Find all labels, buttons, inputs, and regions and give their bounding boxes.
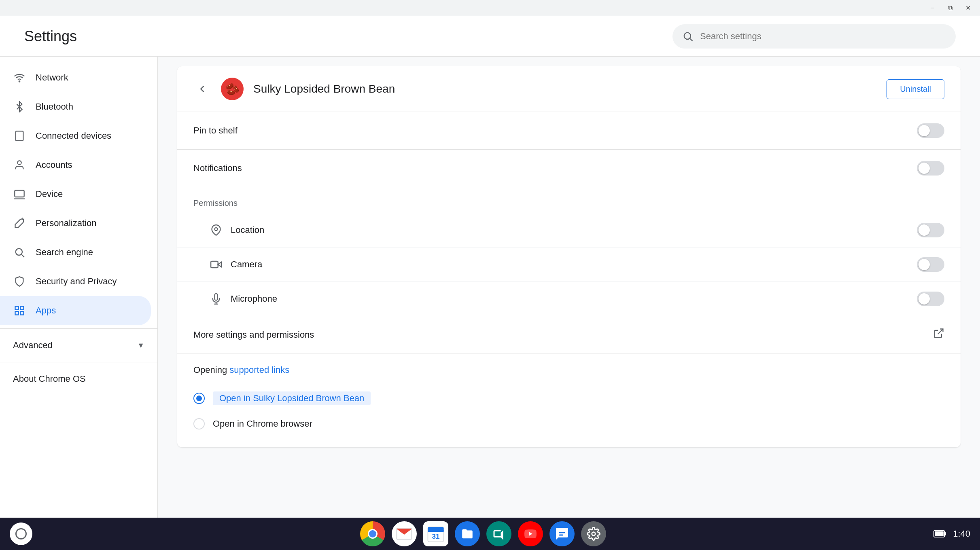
camera-label: Camera — [231, 259, 909, 270]
launcher-circle — [15, 528, 27, 539]
sidebar-item-device[interactable]: Device — [0, 180, 151, 209]
maximize-button[interactable]: ⧉ — [943, 2, 957, 14]
close-button[interactable]: ✕ — [961, 2, 975, 14]
svg-point-2 — [19, 81, 20, 82]
sidebar-item-label-connected-devices: Connected devices — [36, 131, 111, 141]
external-link-icon — [933, 328, 944, 342]
location-toggle[interactable] — [917, 223, 944, 237]
launcher-button[interactable] — [10, 522, 32, 545]
svg-rect-25 — [559, 535, 563, 536]
camera-icon — [210, 258, 223, 271]
notifications-row: Notifications — [177, 150, 961, 187]
taskbar-app-calendar[interactable]: 31 — [423, 521, 448, 546]
sidebar-item-security-privacy[interactable]: Security and Privacy — [0, 267, 151, 296]
permissions-header: Permissions — [177, 187, 961, 213]
settings-header: Settings — [0, 16, 980, 57]
radio-open-in-chrome[interactable] — [193, 418, 205, 429]
uninstall-button[interactable]: Uninstall — [887, 79, 944, 99]
camera-toggle[interactable] — [917, 257, 944, 272]
svg-rect-24 — [559, 532, 565, 533]
sidebar-item-search-engine[interactable]: Search engine — [0, 238, 151, 267]
tablet-icon — [13, 129, 26, 142]
radio-open-in-app[interactable] — [193, 393, 205, 404]
microphone-permission-row: Microphone — [177, 282, 961, 316]
sidebar-item-network[interactable]: Network — [0, 63, 151, 92]
taskbar-app-files[interactable] — [455, 521, 480, 546]
sidebar-item-label-device: Device — [36, 189, 63, 199]
svg-rect-28 — [945, 532, 946, 535]
person-icon — [13, 159, 26, 171]
notifications-toggle[interactable] — [917, 161, 944, 176]
notifications-label: Notifications — [193, 163, 917, 173]
search-bar — [672, 24, 956, 49]
supported-links-link[interactable]: supported links — [229, 365, 289, 375]
taskbar-app-chrome[interactable] — [360, 521, 385, 546]
back-button[interactable] — [193, 80, 211, 98]
shield-icon — [13, 275, 26, 288]
sidebar-item-about-chrome-os[interactable]: About Chrome OS — [0, 366, 151, 392]
svg-line-18 — [938, 329, 943, 334]
sidebar-item-personalization[interactable]: Personalization — [0, 209, 151, 238]
location-icon — [210, 224, 223, 237]
sidebar-item-label-search-engine: Search engine — [36, 247, 93, 258]
minimize-button[interactable]: − — [925, 2, 940, 14]
more-settings-row[interactable]: More settings and permissions — [177, 316, 961, 353]
taskbar-app-gmail[interactable] — [392, 521, 417, 546]
svg-rect-11 — [20, 307, 23, 310]
sidebar-item-accounts[interactable]: Accounts — [0, 150, 151, 180]
radio-option-open-in-app[interactable]: Open in Sulky Lopsided Brown Bean — [193, 385, 944, 412]
svg-point-0 — [684, 32, 691, 39]
microphone-label: Microphone — [231, 294, 909, 304]
more-settings-label: More settings and permissions — [193, 330, 933, 340]
microphone-icon — [210, 292, 223, 305]
sidebar-item-advanced[interactable]: Advanced ▼ — [0, 332, 157, 359]
sidebar-item-label-about: About Chrome OS — [13, 374, 86, 384]
app-header-row: 🫘 Sulky Lopsided Brown Bean Uninstall — [177, 66, 961, 112]
svg-point-8 — [16, 249, 22, 255]
search-icon — [682, 31, 694, 42]
sidebar-item-connected-devices[interactable]: Connected devices — [0, 121, 151, 150]
svg-rect-12 — [15, 311, 19, 315]
app-icon: 🫘 — [221, 78, 244, 100]
app-detail-card: 🫘 Sulky Lopsided Brown Bean Uninstall Pi… — [177, 66, 961, 447]
sidebar-item-label-apps: Apps — [36, 305, 56, 316]
svg-point-26 — [592, 532, 595, 536]
sidebar-item-label-accounts: Accounts — [36, 160, 72, 170]
bluetooth-icon — [13, 100, 26, 113]
taskbar-app-meet[interactable] — [486, 521, 511, 546]
sidebar-divider — [0, 328, 157, 329]
pin-to-shelf-row: Pin to shelf — [177, 112, 961, 150]
opening-section: Opening supported links Open in Sulky Lo… — [177, 353, 961, 447]
radio-label-open-in-chrome: Open in Chrome browser — [213, 419, 312, 429]
battery-icon — [933, 530, 946, 538]
titlebar-controls: − ⧉ ✕ — [925, 2, 975, 14]
opening-prefix: Opening — [193, 365, 229, 375]
content-row: Network Bluetooth Connected devices — [0, 57, 980, 518]
brush-icon — [13, 217, 26, 230]
radio-label-open-in-app: Open in Sulky Lopsided Brown Bean — [213, 391, 371, 405]
taskbar-right: 1:40 — [933, 529, 970, 539]
sidebar-item-label-personalization: Personalization — [36, 218, 96, 228]
titlebar: − ⧉ ✕ — [0, 0, 980, 16]
taskbar: 31 — [0, 518, 980, 550]
wifi-icon — [13, 71, 26, 84]
taskbar-app-youtube[interactable] — [518, 521, 543, 546]
svg-point-5 — [17, 161, 21, 165]
microphone-toggle[interactable] — [917, 292, 944, 306]
laptop-icon — [13, 188, 26, 201]
radio-option-open-in-chrome[interactable]: Open in Chrome browser — [193, 412, 944, 436]
svg-rect-22 — [428, 530, 443, 532]
taskbar-app-messages[interactable] — [549, 521, 575, 546]
svg-rect-6 — [15, 190, 24, 197]
taskbar-app-settings[interactable] — [581, 521, 606, 546]
pin-to-shelf-label: Pin to shelf — [193, 125, 917, 136]
sidebar-divider-2 — [0, 362, 157, 362]
sidebar-item-label-network: Network — [36, 72, 68, 83]
svg-rect-29 — [935, 531, 944, 536]
sidebar-item-apps[interactable]: Apps — [0, 296, 151, 325]
sidebar: Network Bluetooth Connected devices — [0, 57, 158, 518]
sidebar-item-bluetooth[interactable]: Bluetooth — [0, 92, 151, 121]
pin-to-shelf-toggle[interactable] — [917, 123, 944, 138]
location-permission-row: Location — [177, 213, 961, 248]
search-input[interactable] — [700, 31, 946, 42]
